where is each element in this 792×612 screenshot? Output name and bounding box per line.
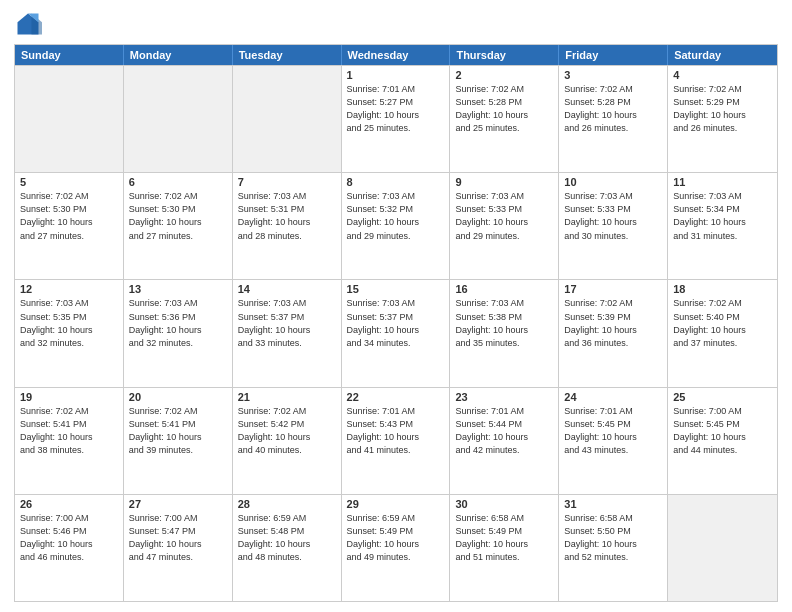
- cell-line: Sunset: 5:45 PM: [673, 418, 772, 430]
- cell-line: Sunrise: 6:58 AM: [455, 512, 553, 524]
- day-cell-18: 18Sunrise: 7:02 AMSunset: 5:40 PMDayligh…: [668, 280, 777, 386]
- cell-line: Sunset: 5:35 PM: [20, 311, 118, 323]
- day-number: 17: [564, 283, 662, 295]
- cell-line: and 49 minutes.: [347, 551, 445, 563]
- day-cell-23: 23Sunrise: 7:01 AMSunset: 5:44 PMDayligh…: [450, 388, 559, 494]
- day-number: 12: [20, 283, 118, 295]
- day-number: 22: [347, 391, 445, 403]
- day-number: 28: [238, 498, 336, 510]
- day-number: 25: [673, 391, 772, 403]
- cell-line: Sunset: 5:41 PM: [129, 418, 227, 430]
- header-day-tuesday: Tuesday: [233, 45, 342, 65]
- cell-line: Daylight: 10 hours: [455, 324, 553, 336]
- day-cell-31: 31Sunrise: 6:58 AMSunset: 5:50 PMDayligh…: [559, 495, 668, 601]
- cell-line: Daylight: 10 hours: [455, 109, 553, 121]
- cell-line: Sunset: 5:38 PM: [455, 311, 553, 323]
- cell-line: and 48 minutes.: [238, 551, 336, 563]
- day-cell-27: 27Sunrise: 7:00 AMSunset: 5:47 PMDayligh…: [124, 495, 233, 601]
- cell-line: and 51 minutes.: [455, 551, 553, 563]
- day-number: 29: [347, 498, 445, 510]
- day-number: 10: [564, 176, 662, 188]
- calendar-row-3: 19Sunrise: 7:02 AMSunset: 5:41 PMDayligh…: [15, 387, 777, 494]
- day-number: 11: [673, 176, 772, 188]
- cell-line: Sunrise: 7:02 AM: [238, 405, 336, 417]
- cell-line: Sunrise: 7:03 AM: [20, 297, 118, 309]
- day-number: 16: [455, 283, 553, 295]
- cell-line: and 26 minutes.: [564, 122, 662, 134]
- cell-line: Sunset: 5:27 PM: [347, 96, 445, 108]
- cell-line: and 37 minutes.: [673, 337, 772, 349]
- cell-line: Daylight: 10 hours: [673, 216, 772, 228]
- day-cell-22: 22Sunrise: 7:01 AMSunset: 5:43 PMDayligh…: [342, 388, 451, 494]
- cell-line: Sunrise: 7:01 AM: [564, 405, 662, 417]
- day-number: 5: [20, 176, 118, 188]
- day-cell-13: 13Sunrise: 7:03 AMSunset: 5:36 PMDayligh…: [124, 280, 233, 386]
- day-number: 27: [129, 498, 227, 510]
- day-cell-12: 12Sunrise: 7:03 AMSunset: 5:35 PMDayligh…: [15, 280, 124, 386]
- cell-line: Sunset: 5:33 PM: [455, 203, 553, 215]
- cell-line: Sunrise: 6:59 AM: [347, 512, 445, 524]
- cell-line: Sunrise: 7:03 AM: [238, 190, 336, 202]
- cell-line: Daylight: 10 hours: [20, 324, 118, 336]
- cell-line: Sunrise: 7:03 AM: [238, 297, 336, 309]
- cell-line: and 44 minutes.: [673, 444, 772, 456]
- cell-line: Sunset: 5:39 PM: [564, 311, 662, 323]
- day-number: 30: [455, 498, 553, 510]
- day-cell-16: 16Sunrise: 7:03 AMSunset: 5:38 PMDayligh…: [450, 280, 559, 386]
- day-cell-29: 29Sunrise: 6:59 AMSunset: 5:49 PMDayligh…: [342, 495, 451, 601]
- cell-line: Sunset: 5:36 PM: [129, 311, 227, 323]
- cell-line: Sunrise: 7:03 AM: [564, 190, 662, 202]
- cell-line: Sunset: 5:30 PM: [129, 203, 227, 215]
- cell-line: Sunrise: 7:02 AM: [129, 190, 227, 202]
- cell-line: Daylight: 10 hours: [238, 324, 336, 336]
- cell-line: Daylight: 10 hours: [347, 216, 445, 228]
- day-number: 31: [564, 498, 662, 510]
- cell-line: Daylight: 10 hours: [347, 109, 445, 121]
- cell-line: Sunrise: 7:03 AM: [455, 190, 553, 202]
- cell-line: Daylight: 10 hours: [455, 216, 553, 228]
- empty-cell: [233, 66, 342, 172]
- cell-line: and 32 minutes.: [129, 337, 227, 349]
- day-cell-9: 9Sunrise: 7:03 AMSunset: 5:33 PMDaylight…: [450, 173, 559, 279]
- cell-line: Daylight: 10 hours: [673, 324, 772, 336]
- cell-line: Daylight: 10 hours: [347, 431, 445, 443]
- cell-line: and 36 minutes.: [564, 337, 662, 349]
- empty-cell: [15, 66, 124, 172]
- cell-line: Sunrise: 6:58 AM: [564, 512, 662, 524]
- cell-line: Sunrise: 7:00 AM: [20, 512, 118, 524]
- cell-line: Daylight: 10 hours: [347, 538, 445, 550]
- day-cell-11: 11Sunrise: 7:03 AMSunset: 5:34 PMDayligh…: [668, 173, 777, 279]
- calendar-body: 1Sunrise: 7:01 AMSunset: 5:27 PMDaylight…: [15, 65, 777, 601]
- day-cell-20: 20Sunrise: 7:02 AMSunset: 5:41 PMDayligh…: [124, 388, 233, 494]
- day-number: 6: [129, 176, 227, 188]
- cell-line: Sunrise: 7:03 AM: [129, 297, 227, 309]
- day-cell-7: 7Sunrise: 7:03 AMSunset: 5:31 PMDaylight…: [233, 173, 342, 279]
- day-cell-17: 17Sunrise: 7:02 AMSunset: 5:39 PMDayligh…: [559, 280, 668, 386]
- cell-line: Daylight: 10 hours: [564, 538, 662, 550]
- cell-line: Sunset: 5:30 PM: [20, 203, 118, 215]
- cell-line: and 38 minutes.: [20, 444, 118, 456]
- day-number: 7: [238, 176, 336, 188]
- cell-line: and 52 minutes.: [564, 551, 662, 563]
- cell-line: and 27 minutes.: [20, 230, 118, 242]
- cell-line: Sunrise: 7:02 AM: [20, 405, 118, 417]
- cell-line: Sunset: 5:34 PM: [673, 203, 772, 215]
- calendar-row-2: 12Sunrise: 7:03 AMSunset: 5:35 PMDayligh…: [15, 279, 777, 386]
- logo-icon: [14, 10, 42, 38]
- day-cell-3: 3Sunrise: 7:02 AMSunset: 5:28 PMDaylight…: [559, 66, 668, 172]
- cell-line: Sunrise: 7:02 AM: [455, 83, 553, 95]
- day-number: 2: [455, 69, 553, 81]
- cell-line: and 40 minutes.: [238, 444, 336, 456]
- cell-line: Daylight: 10 hours: [238, 538, 336, 550]
- cell-line: and 41 minutes.: [347, 444, 445, 456]
- day-number: 23: [455, 391, 553, 403]
- cell-line: Sunrise: 7:02 AM: [673, 297, 772, 309]
- cell-line: Daylight: 10 hours: [129, 216, 227, 228]
- cell-line: Sunset: 5:32 PM: [347, 203, 445, 215]
- logo: [14, 10, 46, 38]
- day-number: 19: [20, 391, 118, 403]
- cell-line: Daylight: 10 hours: [129, 538, 227, 550]
- header-day-sunday: Sunday: [15, 45, 124, 65]
- day-cell-1: 1Sunrise: 7:01 AMSunset: 5:27 PMDaylight…: [342, 66, 451, 172]
- cell-line: Sunrise: 7:00 AM: [673, 405, 772, 417]
